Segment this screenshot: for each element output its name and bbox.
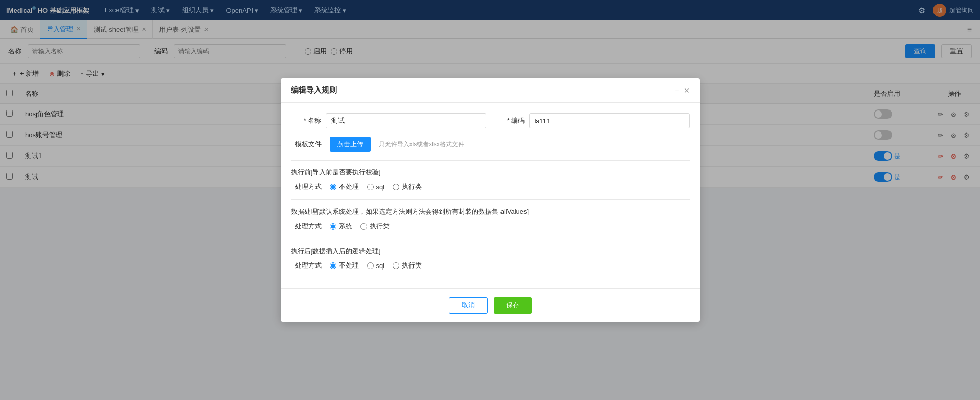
- modal-minimize-btn[interactable]: −: [675, 86, 679, 95]
- section1-radio-group: 不处理 sql 执行类: [330, 182, 422, 188]
- modal-overlay: 编辑导入规则 − ✕ * 名称 * 编码 模板文件: [0, 0, 980, 188]
- form-row-name-code: * 名称 * 编码: [291, 113, 690, 128]
- modal-header: 编辑导入规则 − ✕: [281, 78, 700, 103]
- section1-row: 处理方式 不处理 sql 执行类: [291, 182, 690, 188]
- upload-hint: 只允许导入xls或者xlsx格式文件: [379, 140, 464, 149]
- code-input-modal[interactable]: [529, 113, 690, 128]
- section1-option-1[interactable]: 不处理: [330, 182, 359, 188]
- code-field: * 编码: [494, 113, 690, 128]
- edit-modal: 编辑导入规则 − ✕ * 名称 * 编码 模板文件: [281, 78, 700, 188]
- section1-method-label: 处理方式: [291, 182, 322, 188]
- modal-controls: − ✕: [675, 86, 689, 95]
- name-field: * 名称: [291, 113, 486, 128]
- section1-option-3[interactable]: 执行类: [393, 182, 422, 188]
- code-label-modal: * 编码: [494, 116, 525, 125]
- template-label: 模板文件: [291, 140, 322, 149]
- upload-button[interactable]: 点击上传: [330, 137, 371, 152]
- form-row-template: 模板文件 点击上传 只允许导入xls或者xlsx格式文件: [291, 137, 690, 152]
- modal-body: * 名称 * 编码 模板文件 点击上传 只允许导入xls或者xlsx格式文件 执…: [281, 103, 700, 188]
- name-input-modal[interactable]: [326, 113, 486, 128]
- section1-option-2[interactable]: sql: [367, 183, 385, 188]
- modal-close-btn[interactable]: ✕: [683, 86, 690, 95]
- section1-title: 执行前[导入前是否要执行校验]: [291, 168, 690, 177]
- name-label: * 名称: [291, 116, 322, 125]
- modal-title: 编辑导入规则: [291, 85, 337, 95]
- section1-divider: [291, 160, 690, 161]
